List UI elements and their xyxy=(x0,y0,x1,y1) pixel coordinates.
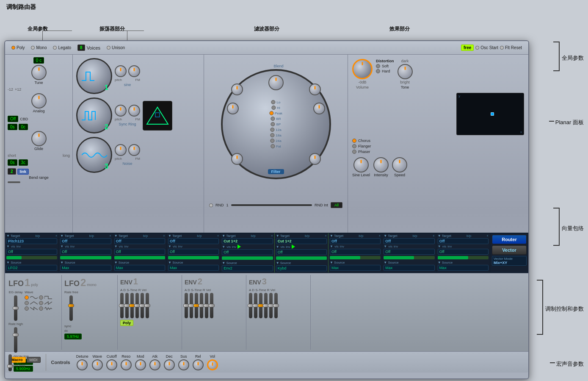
wave-ramp-led[interactable] xyxy=(25,306,29,311)
env2-time-slider[interactable] xyxy=(200,293,203,318)
wave-macro-knob[interactable] xyxy=(92,359,103,370)
chorus-led[interactable] xyxy=(352,139,356,143)
blend-knob[interactable] xyxy=(268,75,284,90)
wave-sq-led[interactable] xyxy=(39,295,43,300)
mod0-via[interactable]: Off xyxy=(6,249,57,255)
cbd-display[interactable]: Off xyxy=(8,116,18,122)
legato-radio[interactable]: Legato xyxy=(53,45,71,50)
lfo1-decay-slider[interactable] xyxy=(8,354,12,371)
timer4-display[interactable]: 3c xyxy=(19,159,28,166)
drive-knob[interactable] xyxy=(231,153,243,165)
mod3-source[interactable]: Max xyxy=(168,265,219,271)
mod2-target[interactable]: Off xyxy=(114,238,165,244)
detune-macro-knob[interactable] xyxy=(77,359,88,370)
poly-radio[interactable]: Poly xyxy=(11,45,25,50)
link-button[interactable]: link xyxy=(17,169,29,175)
volume-knob[interactable] xyxy=(352,59,373,79)
tune-knob[interactable] xyxy=(31,65,47,80)
mod1-target[interactable]: Off xyxy=(60,238,111,244)
mod8-via[interactable]: Off xyxy=(438,249,489,255)
sine-level-knob[interactable] xyxy=(353,157,369,172)
env1-time-slider[interactable] xyxy=(135,293,139,318)
mod4-via[interactable]: Off xyxy=(222,249,273,255)
env1-s-slider[interactable] xyxy=(130,293,134,318)
lfo2-rate-slider[interactable] xyxy=(69,295,73,321)
router-button[interactable]: Router xyxy=(492,235,527,244)
mod4-source[interactable]: Env2 xyxy=(222,265,273,271)
mod6-target[interactable]: Off xyxy=(330,238,381,244)
soft-led[interactable] xyxy=(376,64,380,68)
env3-time-slider[interactable] xyxy=(264,293,268,318)
osc1-pitch-knob[interactable] xyxy=(115,65,127,77)
rnd-slider[interactable] xyxy=(231,204,312,206)
flt-reset-radio[interactable]: Flt Reset xyxy=(500,45,522,50)
env3-d-slider[interactable] xyxy=(254,293,257,318)
vector-button[interactable]: Vector xyxy=(492,245,527,255)
fm-filter-knob[interactable] xyxy=(309,153,321,165)
env3-a-slider[interactable] xyxy=(249,293,252,318)
all-display[interactable]: All xyxy=(331,202,342,208)
mod2-source[interactable]: Max xyxy=(114,265,165,271)
mod5-target[interactable]: Cut 1+2 xyxy=(276,238,327,244)
mod1-via[interactable]: Off xyxy=(60,249,111,255)
mod5-source[interactable]: Kybd xyxy=(276,265,327,271)
midi-button[interactable]: MIDI xyxy=(27,357,41,363)
osc2-fm-knob[interactable] xyxy=(128,105,140,117)
timer2-display[interactable]: 0c xyxy=(19,124,28,130)
wave-sine-led[interactable] xyxy=(25,295,29,300)
mod3-target[interactable]: Off xyxy=(168,238,219,244)
mono-radio[interactable]: Mono xyxy=(31,45,47,50)
env2-d-slider[interactable] xyxy=(190,293,193,318)
env3-r-slider[interactable] xyxy=(269,293,273,318)
atk-macro-knob[interactable] xyxy=(149,359,160,370)
timer1-display[interactable]: 0s xyxy=(8,124,17,130)
mod7-source[interactable]: Max xyxy=(384,265,434,271)
mod0-target[interactable]: Pitch123 xyxy=(6,238,57,244)
mod0-source[interactable]: LFO2 xyxy=(6,265,57,271)
tune-display[interactable]: 0 c xyxy=(33,57,44,64)
timer3-display[interactable]: 0s xyxy=(8,159,17,166)
tone-knob[interactable] xyxy=(398,64,413,79)
peak-led[interactable] xyxy=(269,111,273,115)
env2-s-slider[interactable] xyxy=(195,293,198,318)
env1-vel-slider[interactable] xyxy=(146,293,149,318)
mod6-source[interactable]: Max xyxy=(330,265,381,271)
flanger-led[interactable] xyxy=(352,144,356,148)
env1-d-slider[interactable] xyxy=(125,293,129,318)
filter1-cut-knob[interactable] xyxy=(231,83,243,95)
mod7-via[interactable]: Off xyxy=(384,249,434,255)
osc2-circle[interactable]: 2 xyxy=(76,97,112,133)
wave-tri-led[interactable] xyxy=(25,301,29,305)
env1-a-slider[interactable] xyxy=(120,293,124,318)
osc-start-radio[interactable]: Osc Start xyxy=(475,45,498,50)
cutoff-macro-knob[interactable] xyxy=(106,359,117,370)
env3-vel-slider[interactable] xyxy=(274,293,278,318)
bend-display[interactable]: 2 xyxy=(8,168,16,175)
env1-r-slider[interactable] xyxy=(141,293,144,318)
osc1-fm-knob[interactable] xyxy=(128,65,140,77)
osc2-pitch-knob[interactable] xyxy=(115,105,127,117)
rel-macro-knob[interactable] xyxy=(193,359,204,370)
env2-r-slider[interactable] xyxy=(205,293,208,318)
phaser-led[interactable] xyxy=(352,150,356,154)
wave-rand-led[interactable] xyxy=(39,306,43,311)
glide-knob[interactable] xyxy=(31,131,47,146)
wave-saw-led[interactable] xyxy=(39,301,43,305)
xy-pad[interactable]: x y xyxy=(456,93,524,135)
unison-radio[interactable]: Unison xyxy=(107,45,125,50)
dec-macro-knob[interactable] xyxy=(164,359,175,370)
intensity-knob[interactable] xyxy=(373,157,389,172)
env1-poly-display[interactable]: Poly xyxy=(120,320,133,326)
vol-macro-knob[interactable] xyxy=(207,359,218,370)
lfo1-eg-slider[interactable] xyxy=(14,295,17,321)
mod-macro-knob[interactable] xyxy=(135,359,146,370)
mod1-source[interactable]: Max xyxy=(60,265,111,271)
rnd-radio[interactable] xyxy=(209,203,213,207)
env2-vel-slider[interactable] xyxy=(210,293,213,318)
lfo1-rate-slider[interactable] xyxy=(14,327,17,353)
mod8-source[interactable]: Max xyxy=(438,265,489,271)
mod2-via[interactable]: Off xyxy=(114,249,165,255)
filter2-res-knob[interactable] xyxy=(313,103,325,114)
osc3-pitch-knob[interactable] xyxy=(115,144,127,156)
analog-knob[interactable] xyxy=(31,93,47,108)
